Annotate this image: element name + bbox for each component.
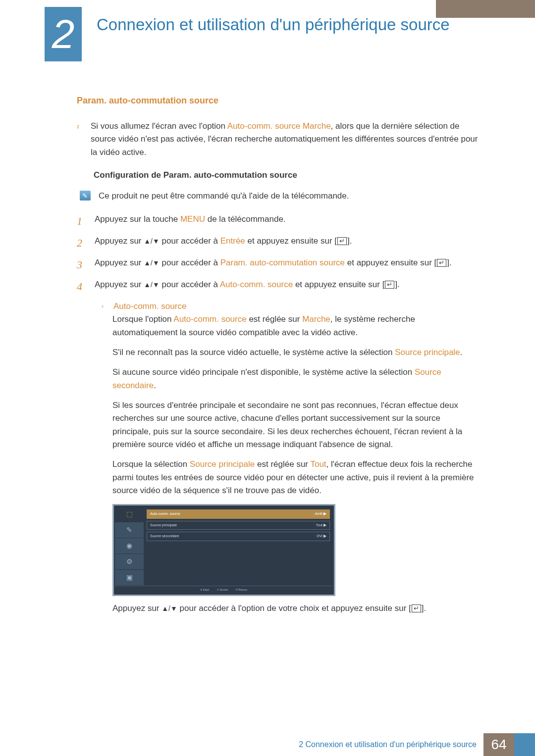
chevron-right-icon: ▶ [323, 511, 326, 516]
t3: et appuyez ensuite sur [ [293, 280, 384, 289]
t4: ]. [447, 258, 451, 267]
chapter-number: 2 [52, 2, 75, 65]
osd-row-primary-source: Source principale : Tout ▶ [147, 521, 330, 530]
bullet-icon: z [102, 303, 107, 313]
osd-footer: ♦ Dépl. ↵ Entrer ↺ Retour [115, 586, 333, 593]
t-hl: Param. auto-commutation source [220, 258, 345, 267]
osd-tab-input-icon: ⬚ [115, 506, 144, 522]
arrow-icon: ▲/▼ [144, 281, 160, 289]
t: Lorsque l'option [112, 314, 173, 324]
sub-bullet: z Auto-comm. source [102, 300, 481, 313]
t: Appuyez sur la touche [95, 214, 180, 224]
t-hl2: Tout [310, 459, 326, 469]
t2: de la télécommande. [205, 214, 286, 224]
intro-text: Si vous allumez l'écran avec l'option Au… [91, 120, 481, 159]
after-menu-text: Appuyez sur ▲/▼ pour accéder à l'option … [112, 602, 481, 615]
osd-value: Arrêt [315, 512, 322, 515]
enter-icon: ↵ [385, 281, 394, 289]
t2: pour accéder à [160, 258, 220, 267]
step-number: 4 [77, 278, 86, 295]
t2: . [460, 348, 463, 357]
osd-hint-enter: ↵ Entrer [217, 588, 228, 592]
t2: . [154, 381, 156, 390]
t-hl: Source principale [395, 348, 460, 357]
osd-tab-picture-icon: ✎ [115, 522, 144, 538]
sub-p3: Si aucune source vidéo principale n'est … [112, 366, 479, 392]
osd-label: Source principale [150, 523, 177, 528]
step-2: 2 Appuyez sur ▲/▼ pour accéder à Entrée … [77, 235, 481, 252]
osd-row-secondary-source: Source secondaire : DVI ▶ [147, 532, 330, 541]
sub-p1: Lorsque l'option Auto-comm. source est r… [112, 313, 479, 339]
t-hl: Auto-comm. source [220, 280, 293, 289]
intro-pre: Si vous allumez l'écran avec l'option [91, 121, 227, 131]
osd-hint-return: ↺ Retour [235, 588, 248, 592]
osd-menu-screenshot: ⬚ ✎ ◉ ⚙ ▣ Auto-comm. source : Arrêt ▶ So… [112, 504, 335, 596]
t: Retour [238, 588, 247, 591]
t4: ]. [395, 280, 399, 289]
t: S'il ne reconnaît pas la source vidéo ac… [112, 348, 395, 357]
t-hl: Source principale [190, 459, 255, 469]
t-hl: MENU [180, 214, 205, 224]
footer-text: 2 Connexion et utilisation d'un périphér… [299, 739, 483, 751]
sub-p5: Lorsque la sélection Source principale e… [112, 458, 479, 497]
t: Lorsque la sélection [112, 459, 190, 469]
osd-value: DVI [317, 534, 322, 538]
osd-sep: : [315, 534, 316, 538]
footer-decor [514, 733, 535, 756]
step-text: Appuyez sur la touche MENU de la télécom… [95, 213, 286, 230]
t-hl2: Marche [302, 314, 330, 324]
page-footer: 2 Connexion et utilisation d'un périphér… [0, 733, 535, 756]
osd-label: Auto-comm. source [150, 511, 180, 517]
arrow-icon: ▲/▼ [144, 237, 160, 245]
chapter-number-box: 2 [45, 7, 82, 61]
chevron-right-icon: ▶ [323, 534, 326, 538]
sub-content: Lorsque l'option Auto-comm. source est r… [112, 313, 479, 497]
osd-tab-sound-icon: ◉ [115, 538, 144, 554]
t4: ]. [347, 236, 352, 246]
step-text: Appuyez sur ▲/▼ pour accéder à Param. au… [95, 256, 452, 273]
osd-value: Tout [316, 523, 322, 527]
t-hl: Auto-comm. source [173, 314, 246, 324]
osd-sep: : [314, 523, 315, 527]
step-1: 1 Appuyez sur la touche MENU de la téléc… [77, 213, 481, 230]
t: Entrer [220, 588, 228, 591]
footer-page-number: 64 [483, 733, 514, 756]
page-content: Param. auto-commutation source z Si vous… [77, 94, 481, 615]
step-4: 4 Appuyez sur ▲/▼ pour accéder à Auto-co… [77, 278, 481, 295]
osd-sidebar: ⬚ ✎ ◉ ⚙ ▣ [115, 506, 144, 586]
sub-bullet-title: Auto-comm. source [113, 300, 186, 313]
arrow-icon: ▲/▼ [144, 259, 160, 267]
t-hl: Entrée [220, 236, 245, 246]
chapter-title: Connexion et utilisation d'un périphériq… [97, 15, 473, 35]
config-subheading: Configuration de Param. auto-commutation… [94, 169, 481, 182]
step-number: 2 [77, 235, 86, 252]
t: Appuyez sur [112, 604, 161, 613]
osd-main: Auto-comm. source : Arrêt ▶ Source princ… [144, 506, 333, 586]
t2: pour accéder à [160, 280, 220, 289]
osd-hint-move: ♦ Dépl. [201, 588, 210, 592]
t2: pour accéder à l'option de votre choix e… [177, 604, 411, 613]
step-3: 3 Appuyez sur ▲/▼ pour accéder à Param. … [77, 256, 481, 273]
step-number: 1 [77, 213, 86, 230]
note-text: Ce produit ne peut être commandé qu'à l'… [99, 190, 349, 202]
sub-p2: S'il ne reconnaît pas la source vidéo ac… [112, 346, 479, 359]
note-row: Ce produit ne peut être commandé qu'à l'… [80, 190, 481, 202]
osd-label: Source secondaire [150, 534, 179, 539]
t2: pour accéder à [160, 236, 220, 246]
t: Si aucune source vidéo principale n'est … [112, 367, 415, 377]
intro-highlight: Auto-comm. source Marche [227, 121, 331, 131]
bullet-icon: z [77, 123, 82, 159]
section-heading: Param. auto-commutation source [77, 94, 481, 108]
t: Dépl. [203, 588, 210, 591]
t3: ]. [422, 604, 426, 613]
t2: est réglée sur [255, 459, 310, 469]
step-number: 3 [77, 256, 86, 273]
t2: est réglée sur [247, 314, 302, 324]
osd-row-auto-source: Auto-comm. source : Arrêt ▶ [147, 509, 330, 518]
sub-p4: Si les sources d'entrée principale et se… [112, 399, 479, 451]
osd-tab-multi-icon: ▣ [115, 570, 144, 586]
note-icon [80, 191, 91, 201]
osd-tab-setup-icon: ⚙ [115, 554, 144, 570]
t3: et appuyez ensuite sur [ [345, 258, 436, 267]
t: Appuyez sur [95, 258, 144, 267]
